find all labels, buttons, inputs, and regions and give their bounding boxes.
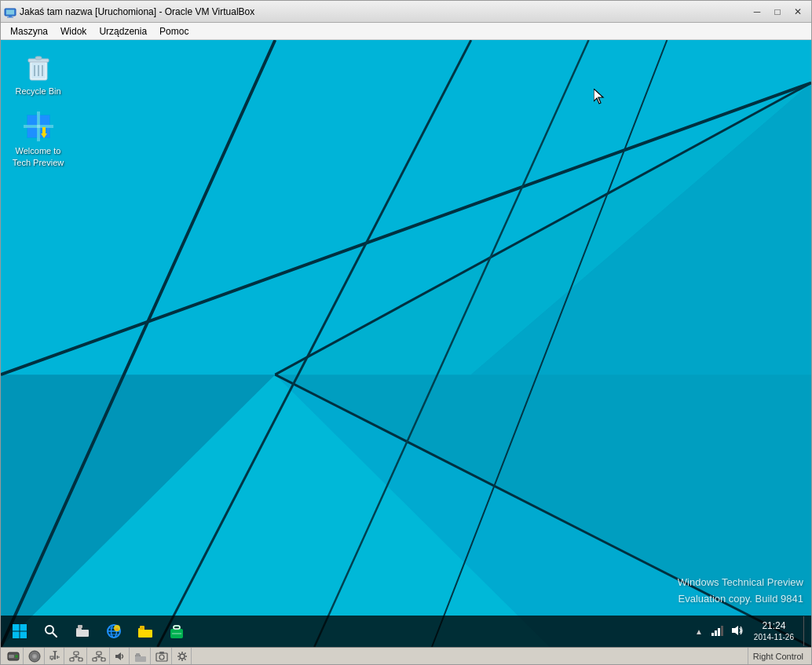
- svg-rect-38: [13, 624, 20, 631]
- title-bar-controls: ─ □ ✕: [747, 2, 808, 22]
- statusbar-network2[interactable]: [89, 648, 110, 664]
- svg-rect-86: [101, 658, 105, 661]
- tray-expand-button[interactable]: ▲: [693, 627, 705, 636]
- svg-line-82: [71, 656, 76, 658]
- svg-rect-61: [715, 630, 717, 636]
- svg-line-83: [76, 656, 80, 658]
- recycle-bin-icon[interactable]: Recycle Bin: [9, 48, 68, 100]
- svg-rect-84: [97, 652, 101, 655]
- menu-pomoc[interactable]: Pomoc: [153, 24, 195, 38]
- svg-rect-32: [40, 115, 49, 125]
- menu-urzadzenia[interactable]: Urządzenia: [93, 24, 153, 38]
- statusbar-usb[interactable]: [46, 648, 64, 664]
- svg-line-43: [53, 633, 57, 637]
- start-button[interactable]: [4, 616, 35, 647]
- svg-rect-85: [93, 658, 97, 661]
- desktop-background: [1, 40, 811, 647]
- svg-rect-40: [13, 632, 20, 639]
- recycle-bin-label: Recycle Bin: [15, 86, 60, 97]
- svg-rect-60: [711, 633, 714, 636]
- svg-rect-63: [721, 626, 723, 636]
- show-desktop-button[interactable]: [803, 616, 808, 646]
- menu-widok[interactable]: Widok: [54, 24, 93, 38]
- svg-rect-79: [70, 658, 74, 661]
- restore-button[interactable]: □: [767, 2, 788, 22]
- svg-rect-39: [20, 624, 27, 631]
- clock-date: 2014-11-26: [754, 632, 794, 643]
- close-button[interactable]: ✕: [788, 2, 808, 22]
- system-tray: ▲: [693, 616, 808, 646]
- file-explorer-button[interactable]: [130, 616, 161, 647]
- svg-point-95: [159, 655, 164, 660]
- svg-rect-80: [79, 658, 82, 661]
- svg-rect-33: [27, 128, 37, 137]
- svg-marker-72: [53, 651, 57, 653]
- svg-rect-31: [27, 115, 37, 125]
- statusbar-sound[interactable]: [112, 648, 130, 664]
- welcome-tech-preview-icon[interactable]: Welcome to Tech Preview: [9, 108, 68, 171]
- svg-line-89: [99, 656, 103, 658]
- search-button[interactable]: [35, 616, 67, 647]
- svg-point-70: [34, 655, 36, 657]
- statusbar-snapshot[interactable]: [152, 648, 172, 664]
- svg-rect-3: [7, 16, 13, 17]
- task-view-button[interactable]: [67, 616, 98, 647]
- welcome-label: Welcome to Tech Preview: [12, 145, 64, 168]
- svg-rect-93: [136, 653, 140, 656]
- title-bar-icon: [4, 5, 16, 18]
- desktop-icons: Recycle Bin: [1, 40, 75, 179]
- clock-time: 21:24: [754, 619, 794, 633]
- svg-rect-41: [20, 632, 27, 639]
- title-bar-title: Jakaś tam nazwa [Uruchomiona] - Oracle V…: [20, 6, 747, 17]
- desktop: Recycle Bin: [1, 40, 811, 647]
- svg-rect-59: [172, 633, 181, 634]
- svg-marker-90: [115, 652, 121, 660]
- svg-point-97: [180, 654, 185, 659]
- taskbar: e: [1, 616, 811, 647]
- svg-rect-96: [159, 652, 164, 654]
- svg-rect-55: [138, 630, 152, 638]
- menu-maszyna[interactable]: Maszyna: [4, 24, 54, 38]
- svg-rect-73: [50, 656, 53, 659]
- statusbar-network1[interactable]: [66, 648, 87, 664]
- title-bar: Jakaś tam nazwa [Uruchomiona] - Oracle V…: [1, 1, 811, 23]
- svg-rect-45: [76, 630, 89, 637]
- store-button[interactable]: [161, 616, 192, 647]
- svg-rect-78: [74, 652, 79, 655]
- vm-screen[interactable]: Recycle Bin: [1, 40, 811, 647]
- svg-rect-67: [9, 655, 14, 658]
- svg-rect-56: [140, 626, 144, 630]
- svg-rect-92: [135, 656, 146, 662]
- statusbar-shared-folders[interactable]: [131, 648, 151, 664]
- svg-rect-24: [35, 57, 42, 60]
- svg-point-66: [15, 655, 18, 658]
- recycle-bin-image: [23, 51, 54, 82]
- volume-icon[interactable]: [729, 624, 746, 639]
- svg-rect-36: [42, 127, 46, 135]
- svg-rect-30: [24, 125, 53, 128]
- welcome-icon-image: [23, 111, 54, 142]
- statusbar-optical[interactable]: [25, 648, 45, 664]
- virtualbox-window: Jakaś tam nazwa [Uruchomiona] - Oracle V…: [0, 0, 812, 665]
- internet-explorer-button[interactable]: e: [98, 616, 130, 647]
- svg-line-88: [94, 656, 99, 658]
- right-control-label: Right Control: [748, 648, 808, 664]
- statusbar-settings[interactable]: [174, 648, 192, 664]
- clock-display[interactable]: 21:24 2014-11-26: [749, 619, 799, 644]
- minimize-button[interactable]: ─: [747, 2, 767, 22]
- svg-rect-46: [78, 625, 82, 628]
- svg-rect-1: [6, 9, 14, 14]
- network-icon[interactable]: [708, 624, 726, 639]
- statusbar-hdd[interactable]: [4, 648, 24, 664]
- svg-rect-62: [718, 628, 720, 636]
- virtualbox-statusbar: Right Control: [1, 647, 811, 664]
- svg-marker-64: [732, 626, 738, 635]
- menu-bar: Maszyna Widok Urządzenia Pomoc: [1, 23, 811, 40]
